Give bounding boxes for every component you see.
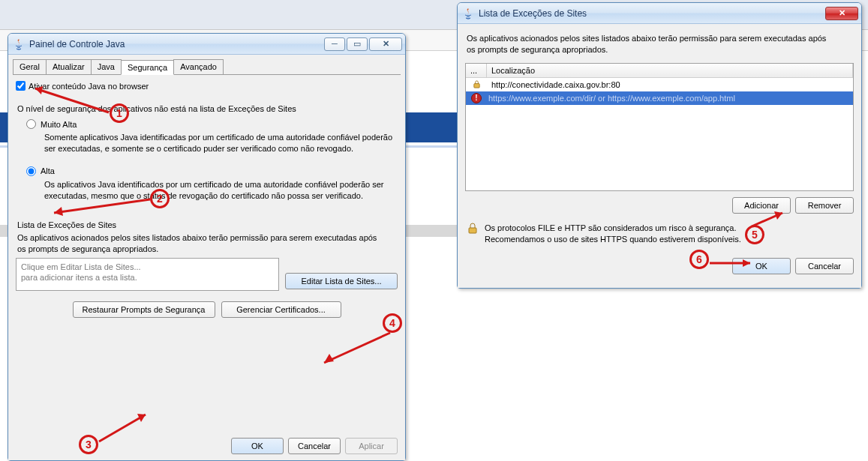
url-input[interactable] bbox=[488, 94, 851, 103]
apply-button[interactable]: Aplicar bbox=[345, 438, 398, 454]
padlock-warn-icon bbox=[467, 223, 479, 235]
site-table: ... Localização http://conectividade.cai… bbox=[465, 63, 854, 191]
muito-alta-desc: Somente aplicativos Java identificadas p… bbox=[44, 132, 398, 154]
col-icon-header[interactable]: ... bbox=[466, 64, 487, 78]
svg-rect-1 bbox=[469, 228, 476, 233]
radio-muito-alta-label: Muito Alta bbox=[41, 120, 77, 129]
enable-java-checkbox[interactable] bbox=[16, 81, 26, 91]
ok-button[interactable]: OK bbox=[231, 438, 284, 454]
alta-desc: Os aplicativos Java identificados por um… bbox=[44, 179, 398, 202]
tab-strip: Geral Atualizar Java Segurança Avançado bbox=[13, 59, 401, 75]
maximize-button[interactable]: ▭ bbox=[347, 37, 368, 51]
exception-list-subtitle: Os aplicativos acionados pelos sites lis… bbox=[17, 232, 377, 255]
titlebar[interactable]: Lista de Exceções de Sites ✕ bbox=[458, 3, 861, 24]
radio-alta-label: Alta bbox=[41, 166, 55, 175]
close-button[interactable]: ✕ bbox=[825, 7, 858, 20]
titlebar[interactable]: Painel de Controle Java ─ ▭ ✕ bbox=[8, 34, 405, 55]
exception-list-title: Lista de Exceções de Sites bbox=[17, 220, 398, 229]
danger-icon bbox=[471, 93, 482, 103]
table-header: ... Localização bbox=[466, 64, 853, 78]
remove-button[interactable]: Remover bbox=[795, 197, 854, 214]
radio-alta[interactable] bbox=[26, 166, 36, 176]
close-button[interactable]: ✕ bbox=[369, 37, 402, 51]
minimize-button[interactable]: ─ bbox=[324, 37, 345, 51]
add-button[interactable]: Adicionar bbox=[732, 197, 791, 214]
row-icon-cell bbox=[466, 93, 487, 103]
protocol-warning: Os protocolos FILE e HTTP são considerad… bbox=[485, 223, 741, 245]
tab-avancado[interactable]: Avançado bbox=[173, 59, 224, 74]
exception-sites-dialog: Lista de Exceções de Sites ✕ Os aplicati… bbox=[457, 2, 862, 289]
tab-seguranca[interactable]: Segurança bbox=[121, 60, 174, 75]
table-row[interactable]: http://conectividade.caixa.gov.br:80 bbox=[466, 78, 853, 91]
window-title: Painel de Controle Java bbox=[29, 39, 323, 49]
svg-rect-0 bbox=[473, 84, 479, 88]
window-body: Geral Atualizar Java Segurança Avançado … bbox=[8, 55, 405, 460]
table-body: http://conectividade.caixa.gov.br:80 bbox=[466, 78, 853, 190]
java-control-panel-window: Painel de Controle Java ─ ▭ ✕ Geral Atua… bbox=[8, 33, 406, 461]
edit-site-list-button[interactable]: Editar Lista de Sites... bbox=[285, 273, 398, 289]
manage-certs-button[interactable]: Gerenciar Certificados... bbox=[221, 301, 341, 318]
row-url-editing bbox=[487, 94, 853, 103]
row-url: http://conectividade.caixa.gov.br:80 bbox=[487, 80, 853, 89]
row-icon-cell bbox=[466, 80, 487, 88]
exception-list-box[interactable]: Clique em Editar Lista de Sites... para … bbox=[16, 258, 279, 291]
restore-prompts-button[interactable]: Restaurar Prompts de Segurança bbox=[73, 301, 215, 318]
table-row[interactable] bbox=[466, 91, 853, 105]
java-icon bbox=[13, 38, 25, 50]
padlock-warn-icon bbox=[473, 80, 481, 88]
window-title: Lista de Exceções de Sites bbox=[479, 8, 824, 19]
dialog-info-text: Os aplicativos acionados pelos sites lis… bbox=[467, 33, 827, 55]
col-location-header[interactable]: Localização bbox=[487, 64, 853, 78]
security-level-heading: O nível de segurança dos aplicativos não… bbox=[17, 104, 398, 113]
java-icon bbox=[462, 7, 474, 19]
window-body: Os aplicativos acionados pelos sites lis… bbox=[458, 24, 861, 288]
enable-java-label: Ativar conteúdo Java no browser bbox=[29, 82, 149, 91]
ok-button[interactable]: OK bbox=[732, 258, 791, 274]
radio-muito-alta[interactable] bbox=[26, 119, 36, 129]
cancel-button[interactable]: Cancelar bbox=[288, 438, 341, 454]
tab-atualizar[interactable]: Atualizar bbox=[46, 59, 92, 74]
tab-geral[interactable]: Geral bbox=[13, 59, 47, 74]
tab-java[interactable]: Java bbox=[91, 59, 122, 74]
cancel-button[interactable]: Cancelar bbox=[795, 258, 854, 274]
